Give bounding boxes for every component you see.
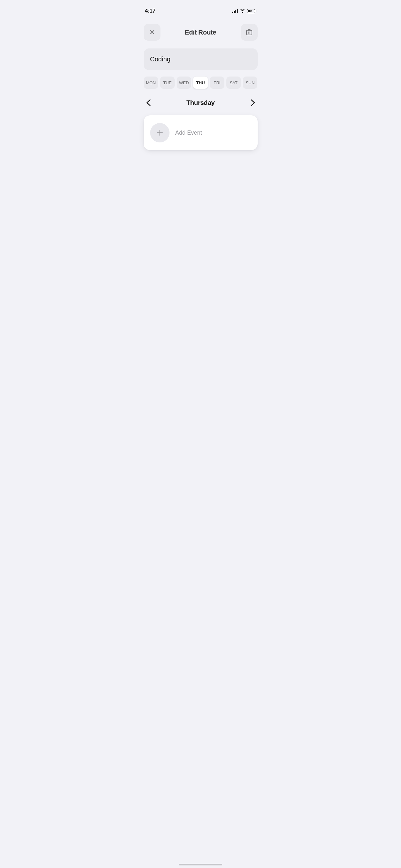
day-selector: MON TUE WED THU FRI SAT SUN [144,76,258,89]
add-event-label: Add Event [175,129,202,136]
day-tue[interactable]: TUE [160,76,175,89]
plus-icon [156,129,163,136]
day-sun[interactable]: SUN [243,76,257,89]
day-sat[interactable]: SAT [226,76,241,89]
page-title: Edit Route [185,29,216,36]
delete-button[interactable] [241,24,258,41]
status-time: 4:17 [145,8,156,14]
chevron-right-icon [251,99,255,106]
wifi-icon [240,9,245,13]
prev-day-button[interactable] [144,97,153,109]
chevron-left-icon [146,99,151,106]
add-event-plus-icon [150,123,169,143]
status-icons: 41 [232,9,256,13]
svg-rect-0 [246,30,251,35]
battery-icon: 41 [247,9,256,13]
add-event-card[interactable]: Add Event [144,115,258,150]
day-navigation: Thursday [137,97,264,109]
day-fri[interactable]: FRI [210,76,224,89]
day-wed[interactable]: WED [177,76,191,89]
current-day-label: Thursday [186,99,215,106]
next-day-button[interactable] [248,97,258,109]
day-thu[interactable]: THU [193,76,208,89]
trash-icon [246,29,252,35]
route-name-container [144,49,258,70]
signal-icon [232,9,238,13]
route-name-input[interactable] [144,49,258,70]
close-button[interactable] [144,24,160,41]
nav-header: Edit Route [137,19,264,46]
day-mon[interactable]: MON [144,76,158,89]
status-bar: 4:17 41 [137,0,264,18]
close-icon [149,29,155,35]
